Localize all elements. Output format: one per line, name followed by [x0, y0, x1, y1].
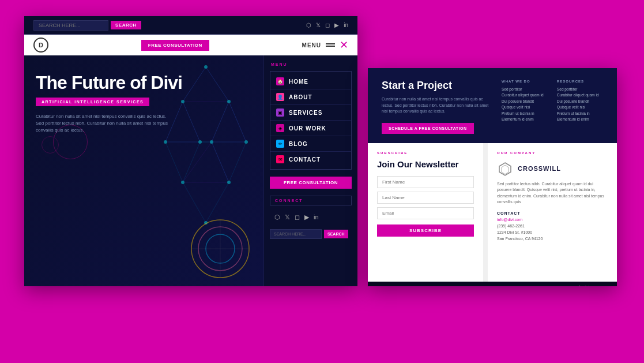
svg-point-18 [204, 65, 208, 69]
company-logo-text: CROSSWILL [518, 165, 561, 172]
project-title: Start a Project [382, 80, 490, 92]
menu-item-blog[interactable]: ✏ BLOG [270, 136, 351, 152]
deco-circle [189, 217, 252, 280]
footer-social-icons: f 𝕏 ◻ ▶ [578, 285, 608, 286]
resources-item-4: Quisque velit nisi [557, 104, 603, 110]
resources-label: RESOURCES [557, 80, 603, 83]
blog-icon: ✏ [276, 140, 284, 148]
menu-label: MENU [302, 42, 321, 48]
svg-marker-16 [212, 102, 246, 142]
project-columns: WHAT WE DO Sed porttitor Curabitur aliqu… [502, 80, 603, 134]
menu-search-button[interactable]: SEARCH [324, 230, 348, 238]
hero-section: The Future of Divi ARTIFICIAL INTELLIGEN… [24, 55, 263, 286]
bottom-section: SUBSCRIBE Join Our Newsletter SUBSCRIBE … [368, 143, 617, 282]
subscribe-button[interactable]: SUBSCRIBE [377, 224, 474, 237]
top-social-icons: ⬡ 𝕏 ◻ ▶ in [306, 22, 348, 28]
menu-item-contact-label: CONTACT [289, 156, 321, 163]
contact-phone: (235) 462-2261 [497, 223, 608, 229]
menu-item-ourwork-label: OUR WORK [289, 125, 326, 132]
home-icon: 🏠 [276, 77, 284, 85]
about-icon: 👤 [276, 93, 284, 101]
svg-point-22 [198, 140, 202, 144]
dribble-icon[interactable]: ⬡ [306, 22, 311, 28]
hamburger-icon[interactable] [326, 43, 335, 47]
menu-item-about-label: ABOUT [289, 94, 312, 100]
close-icon[interactable]: ✕ [340, 39, 348, 51]
nav-bar: D FREE CONSULTATION MENU ✕ [24, 35, 357, 55]
footer-twitter-icon[interactable]: 𝕏 [585, 285, 589, 286]
footer-facebook-icon[interactable]: f [578, 285, 580, 286]
schedule-consultation-button[interactable]: SCHEDULE A FREE CONSULTATION [382, 123, 474, 134]
company-section: OUR COMPANY CROSSWILL Sed porttitor lect… [483, 143, 617, 282]
logo[interactable]: D [33, 38, 48, 53]
newsletter-section: SUBSCRIBE Join Our Newsletter SUBSCRIBE [368, 143, 483, 282]
svg-marker-14 [183, 67, 229, 102]
svg-point-25 [181, 181, 184, 184]
project-description: Curabitur non nulla sit amet nisl tempus… [382, 96, 490, 115]
first-name-input[interactable] [377, 176, 474, 188]
company-logo-area: CROSSWILL [497, 160, 608, 177]
top-search-input[interactable] [33, 20, 108, 31]
contact-label: CONTACT [497, 211, 608, 215]
nav-cta-button[interactable]: FREE CONSULTATION [141, 40, 209, 51]
dribble-connect-icon[interactable]: ⬡ [274, 214, 280, 221]
twitter-icon[interactable]: 𝕏 [316, 22, 321, 28]
page-wrapper: SEARCH ⬡ 𝕏 ◻ ▶ in D FREE CONSULTATION ME… [0, 0, 644, 363]
instagram-icon[interactable]: ◻ [325, 22, 330, 28]
right-panel: Start a Project Curabitur non nulla sit … [368, 68, 617, 286]
contact-address1: 1234 Divi St. #1000 [497, 229, 608, 235]
company-logo-icon [497, 160, 513, 177]
company-description: Sed porttitor lectus nibh. Curabitur ali… [497, 181, 608, 205]
project-left: Start a Project Curabitur non nulla sit … [382, 80, 490, 134]
resources-item-3: Dui posuere blandit [557, 99, 603, 104]
circle-deco-2 [42, 136, 59, 154]
top-bar: SEARCH ⬡ 𝕏 ◻ ▶ in [24, 16, 357, 35]
footer-youtube-icon[interactable]: ▶ [603, 285, 608, 286]
last-name-input[interactable] [377, 192, 474, 204]
menu-search-bar: SEARCH [270, 229, 352, 239]
svg-marker-17 [183, 142, 229, 182]
menu-cta-button[interactable]: FREE CONSULTATION [270, 177, 352, 189]
instagram-connect-icon[interactable]: ◻ [295, 214, 300, 221]
main-content: The Future of Divi ARTIFICIAL INTELLIGEN… [24, 55, 357, 286]
our-company-label: OUR COMPANY [497, 151, 608, 155]
resources-item-2: Curabitur aliquet quam id [557, 92, 603, 98]
menu-items-container: 🏠 HOME 👤 ABOUT ▣ SERVICES ◈ OUR WORK [270, 71, 352, 170]
youtube-icon[interactable]: ▶ [334, 22, 339, 28]
connect-label: CONNECT [270, 196, 352, 205]
contact-email[interactable]: info@divi.com [497, 218, 608, 222]
what-we-do-label: WHAT WE DO [502, 80, 548, 83]
menu-item-services[interactable]: ▣ SERVICES [270, 105, 351, 121]
resources-col: RESOURCES Sed porttitor Curabitur alique… [557, 80, 603, 134]
menu-item-home-label: HOME [289, 78, 308, 85]
hero-title: The Future of Divi [36, 73, 182, 93]
contact-icon: ✉ [276, 155, 284, 163]
menu-item-ourwork[interactable]: ◈ OUR WORK [270, 121, 351, 136]
svg-point-20 [227, 100, 231, 103]
resources-item-5: Pretium ut lacinia in [557, 111, 603, 117]
svg-point-23 [210, 140, 213, 144]
menu-item-about[interactable]: 👤 ABOUT [270, 89, 351, 105]
menu-section-label: MENU [264, 62, 357, 66]
resources-item-6: Elementum id enim [557, 117, 603, 122]
footer-instagram-icon[interactable]: ◻ [594, 285, 598, 286]
menu-item-contact[interactable]: ✉ CONTACT [270, 152, 351, 167]
email-input[interactable] [377, 207, 474, 219]
youtube-connect-icon[interactable]: ▶ [304, 214, 309, 221]
footer-bar: Copyright © 2023 Ckmpany Name f 𝕏 ◻ ▶ [368, 282, 617, 287]
top-search-button[interactable]: SEARCH [111, 21, 141, 29]
menu-search-input[interactable] [270, 229, 322, 239]
linkedin-connect-icon[interactable]: in [314, 214, 319, 221]
linkedin-icon[interactable]: in [344, 22, 348, 28]
menu-close-area: MENU ✕ [302, 39, 348, 51]
menu-item-blog-label: BLOG [289, 141, 308, 147]
what-we-do-item-5: Pretium ut lacinia in [502, 111, 548, 117]
top-search-bar: SEARCH [33, 20, 141, 31]
menu-item-home[interactable]: 🏠 HOME [270, 74, 351, 89]
svg-line-7 [183, 142, 200, 182]
project-section: Start a Project Curabitur non nulla sit … [368, 68, 617, 143]
work-icon: ◈ [276, 124, 284, 132]
what-we-do-item-2: Curabitur aliquet quam id [502, 92, 548, 98]
connect-section: CONNECT ⬡ 𝕏 ◻ ▶ in [264, 196, 357, 224]
twitter-connect-icon[interactable]: 𝕏 [285, 214, 290, 221]
